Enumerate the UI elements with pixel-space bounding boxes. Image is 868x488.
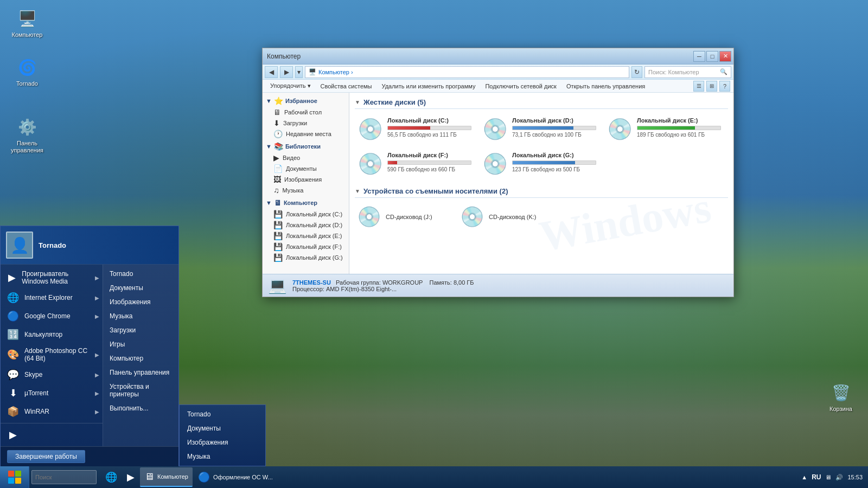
menu-map-drive[interactable]: Подключить сетевой диск <box>481 82 560 91</box>
menu-item-chrome[interactable]: 🔵 Google Chrome ▶ <box>1 307 103 325</box>
cd-j[interactable]: 💿 CD-дисковод (J:) <box>355 203 452 230</box>
address-bar[interactable]: 🖥️ Компьютер › <box>305 66 629 78</box>
tray-arrow[interactable]: ▲ <box>801 474 807 480</box>
forward-button[interactable]: ▶ <box>280 66 293 78</box>
minimize-button[interactable]: ─ <box>693 51 705 62</box>
right-item-devices[interactable]: Устройства и принтеры <box>103 380 178 401</box>
menu-item-photoshop[interactable]: 🎨 Adobe Photoshop CC (64 Bit) ▶ <box>1 344 103 365</box>
sidebar-item-e[interactable]: 💾 Локальный диск (E:) <box>263 230 349 241</box>
hd-expand-icon[interactable]: ▼ <box>355 99 360 105</box>
sidebar-item-desktop[interactable]: 🖥 Рабочий стол <box>263 107 349 118</box>
submenu-item-0[interactable]: Tornado <box>180 407 265 421</box>
right-item-run[interactable]: Выполнить... <box>103 401 178 415</box>
right-item-panel[interactable]: Панель управления <box>103 365 178 380</box>
sidebar-item-c[interactable]: 💾 Локальный диск (C:) <box>263 209 349 220</box>
f-si-label: Локальный диск (F:) <box>286 243 342 250</box>
right-item-computer[interactable]: Компьютер <box>103 351 178 365</box>
favorites-expand-icon: ▼ <box>266 98 272 104</box>
removable-expand-icon[interactable]: ▼ <box>355 188 360 194</box>
right-item-tornado[interactable]: Tornado <box>103 267 178 281</box>
window-titlebar: Компьютер ─ □ ✕ <box>263 48 733 65</box>
cd-k-icon: 💿 <box>460 206 484 228</box>
view-grid-button[interactable]: ⊞ <box>706 81 717 92</box>
libraries-label: Библиотеки <box>285 143 321 150</box>
ri-music: Музыка <box>110 312 132 320</box>
computer-si-label: Компьютер <box>284 200 317 206</box>
right-item-docs[interactable]: Документы <box>103 281 178 295</box>
right-item-downloads[interactable]: Загрузки <box>103 323 178 337</box>
menu-uninstall[interactable]: Удалить или изменить программу <box>378 82 480 91</box>
menu-open-panel[interactable]: Открыть панель управления <box>562 82 649 91</box>
hard-drives-title: Жесткие диски (5) <box>363 98 426 106</box>
right-item-images[interactable]: Изображения <box>103 295 178 309</box>
start-button[interactable] <box>0 466 29 488</box>
drive-f[interactable]: 💿 Локальный диск (F:) 590 ГБ свободно из… <box>355 149 474 178</box>
sidebar-header-favorites[interactable]: ▼ ⭐ Избранное <box>263 95 349 107</box>
taskbar-search-input[interactable] <box>31 470 97 484</box>
submenu-item-1[interactable]: Документы <box>180 421 265 435</box>
images-si-icon: 🖼 <box>273 175 281 184</box>
right-item-music[interactable]: Музыка <box>103 309 178 323</box>
sidebar-item-docs[interactable]: 📄 Документы <box>263 163 349 174</box>
right-item-games[interactable]: Игры <box>103 337 178 351</box>
menu-item-skype[interactable]: 💬 Skype ▶ <box>1 365 103 384</box>
sidebar-item-g[interactable]: 💾 Локальный диск (G:) <box>263 252 349 263</box>
sidebar-item-f[interactable]: 💾 Локальный диск (F:) <box>263 241 349 252</box>
sidebar-item-downloads[interactable]: ⬇ Загрузки <box>263 118 349 129</box>
sidebar-header-libraries[interactable]: ▼ 📚 Библиотеки <box>263 140 349 152</box>
taskbar-item-chrome[interactable]: 🔵 Оформление OC W... <box>194 467 277 487</box>
taskbar-quick-media[interactable]: ▶ <box>123 467 139 487</box>
back-button[interactable]: ◀ <box>265 66 278 78</box>
sidebar-item-images[interactable]: 🖼 Изображения <box>263 174 349 185</box>
drive-c[interactable]: 💿 Локальный диск (C:) 56,5 ГБ свободно и… <box>355 114 474 144</box>
ri-images: Изображения <box>110 298 150 306</box>
tornado-icon: 🌀 <box>16 56 38 78</box>
menu-item-calc[interactable]: 🔢 Калькулятор <box>1 325 103 344</box>
utorrent-icon: ⬇ <box>7 387 19 399</box>
taskbar-item-computer[interactable]: 🖥 Компьютер <box>140 467 193 487</box>
music-si-label: Музыка <box>283 187 304 194</box>
sidebar-item-recent[interactable]: 🕐 Недавние места <box>263 129 349 139</box>
tray-volume-icon[interactable]: 🔊 <box>835 474 843 481</box>
drive-d[interactable]: 💿 Локальный диск (D:) 73,1 ГБ свободно и… <box>480 114 599 144</box>
refresh-button[interactable]: ↻ <box>631 66 642 78</box>
photoshop-icon: 🎨 <box>7 349 19 361</box>
desktop-icon-control-panel[interactable]: ⚙️ Панельуправления <box>5 114 49 156</box>
open-panel-label: Открыть панель управления <box>566 83 645 89</box>
close-button[interactable]: ✕ <box>719 51 731 62</box>
maximize-button[interactable]: □ <box>706 51 718 62</box>
tray-time: 15:53 <box>847 474 863 480</box>
status-bar: 💻 7THEMES-SU Рабочая группа: WORKGROUP П… <box>263 274 733 297</box>
submenu-item-2[interactable]: Изображения <box>180 435 265 450</box>
menu-item-play[interactable]: ▶ <box>1 426 103 444</box>
menu-item-winrar[interactable]: 📦 WinRAR ▶ <box>1 402 103 421</box>
cd-k[interactable]: 💿 CD-дисковод (K:) <box>458 203 556 230</box>
shutdown-button[interactable]: Завершение работы <box>7 450 85 463</box>
dropdown-button[interactable]: ▾ <box>295 66 303 78</box>
desktop-icon-computer[interactable]: 🖥️ Компьютер <box>5 5 49 41</box>
window-controls: ─ □ ✕ <box>693 51 731 62</box>
taskbar-quick-ie[interactable]: 🌐 <box>101 467 122 487</box>
search-box[interactable]: Поиск: Компьютер 🔍 <box>644 66 731 78</box>
sidebar-item-video[interactable]: ▶ Видео <box>263 152 349 163</box>
libraries-expand-icon: ▼ <box>266 143 272 150</box>
menu-item-ie[interactable]: 🌐 Internet Explorer ▶ <box>1 288 103 307</box>
menu-organize[interactable]: Упорядочить ▾ <box>266 81 315 91</box>
help-button[interactable]: ? <box>719 81 730 92</box>
submenu-item-3[interactable]: Музыка <box>180 450 265 464</box>
sidebar-item-music[interactable]: ♫ Музыка <box>263 185 349 196</box>
drive-g[interactable]: 💿 Локальный диск (G:) 123 ГБ свободно из… <box>480 149 599 178</box>
sidebar-header-computer[interactable]: ▼ 🖥 Компьютер <box>263 197 349 209</box>
view-list-button[interactable]: ☰ <box>693 81 704 92</box>
desktop-icon-recycle[interactable]: 🗑️ Корзина <box>819 380 863 415</box>
drive-g-bar-fill <box>513 161 575 164</box>
sidebar-item-d[interactable]: 💾 Локальный диск (D:) <box>263 220 349 230</box>
drive-e[interactable]: 💿 Локальный диск (E:) 189 ГБ свободно из… <box>604 114 724 144</box>
media-player-icon: ▶ <box>7 272 16 284</box>
desktop-icon-tornado[interactable]: 🌀 Tornado <box>5 54 49 89</box>
menu-item-media-player[interactable]: ▶ Проигрыватель Windows Media ▶ <box>1 267 103 288</box>
ri-panel: Панель управления <box>110 369 169 376</box>
ri-tornado: Tornado <box>110 270 133 278</box>
menu-system-props[interactable]: Свойства системы <box>316 82 376 91</box>
menu-item-utorrent[interactable]: ⬇ µTorrent ▶ <box>1 384 103 402</box>
